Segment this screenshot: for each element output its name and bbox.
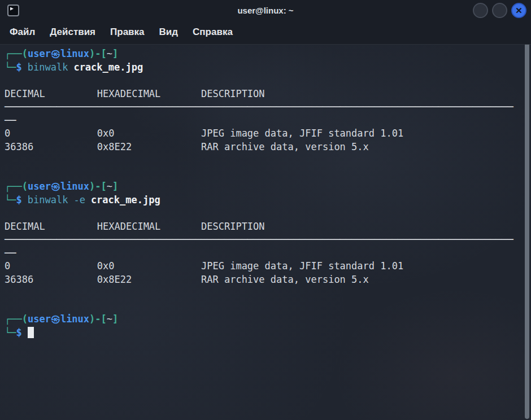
prompt-frame-open: ┌──( [5, 313, 28, 325]
window-controls: ✕ [473, 3, 526, 18]
prompt-frame-line2: └─ [5, 62, 16, 73]
cursor-line: └─$ [5, 326, 526, 340]
output-header-line: DECIMAL HEXADECIMAL DESCRIPTION [5, 88, 526, 101]
prompt-symbol: $ [16, 62, 21, 73]
blank-line [5, 300, 526, 313]
prompt-path: ~ [107, 48, 112, 59]
prompt-symbol: $ [16, 194, 21, 205]
command-arg: crack_me.jpg [91, 194, 160, 205]
output-row: 36386 0x8E22 RAR archive data, version 5… [5, 141, 526, 154]
output-header: DECIMAL HEXADECIMAL DESCRIPTION [5, 88, 265, 99]
prompt-user-host: user㉿linux [28, 313, 89, 325]
output-row: 0 0x0 JPEG image data, JFIF standard 1.0… [5, 127, 526, 141]
command-flag: -e [73, 194, 85, 205]
output-row-text: 36386 0x8E22 RAR archive data, version 5… [5, 274, 369, 285]
output-row-text: 0 0x0 JPEG image data, JFIF standard 1.0… [5, 128, 403, 139]
output-separator-wrap-line: ── [5, 114, 526, 128]
output-separator-wrap: ── [5, 115, 16, 126]
output-row-text: 36386 0x8E22 RAR archive data, version 5… [5, 141, 369, 152]
maximize-button[interactable] [492, 3, 507, 18]
terminal-viewport[interactable]: ┌──(user㉿linux)-[~] └─$binwalkcrack_me.j… [0, 44, 531, 420]
output-separator: ────────────────────────────────────────… [5, 101, 513, 112]
blank-line [5, 207, 526, 220]
close-button[interactable]: ✕ [511, 3, 526, 18]
terminal-content: ┌──(user㉿linux)-[~] └─$binwalkcrack_me.j… [0, 45, 531, 339]
menu-bar: Файл Действия Правка Вид Справка [0, 20, 531, 44]
output-header-line: DECIMAL HEXADECIMAL DESCRIPTION [5, 220, 526, 234]
prompt-frame-close: ] [112, 181, 118, 192]
blank-line [5, 167, 526, 181]
output-row-text: 0 0x0 JPEG image data, JFIF standard 1.0… [5, 260, 403, 272]
prompt-frame-open: ┌──( [5, 48, 28, 59]
prompt-frame-close: ] [112, 313, 118, 325]
output-row: 0 0x0 JPEG image data, JFIF standard 1.0… [5, 260, 526, 273]
prompt-path: ~ [107, 181, 112, 192]
scrollbar[interactable] [523, 45, 531, 420]
output-header: DECIMAL HEXADECIMAL DESCRIPTION [5, 221, 265, 232]
menu-item-view[interactable]: Вид [153, 24, 185, 41]
prompt-path: ~ [107, 313, 112, 325]
output-row: 36386 0x8E22 RAR archive data, version 5… [5, 273, 526, 287]
menu-item-file[interactable]: Файл [3, 24, 41, 41]
prompt-user-host: user㉿linux [28, 181, 89, 192]
blank-line [5, 286, 526, 300]
prompt-user-host: user㉿linux [28, 48, 89, 59]
prompt-line: ┌──(user㉿linux)-[~] [5, 313, 526, 326]
prompt-line: ┌──(user㉿linux)-[~] [5, 47, 526, 61]
command-line: └─$binwalkcrack_me.jpg [5, 61, 526, 75]
output-separator: ────────────────────────────────────────… [5, 234, 513, 245]
output-separator-line: ────────────────────────────────────────… [5, 233, 526, 247]
prompt-frame-line2: └─ [5, 327, 16, 338]
prompt-line: ┌──(user㉿linux)-[~] [5, 180, 526, 194]
terminal-window: user@linux: ~ ✕ Файл Действия Правка Вид… [0, 0, 531, 420]
prompt-frame-mid: )-[ [89, 48, 107, 59]
blank-line [5, 154, 526, 167]
prompt-frame-mid: )-[ [89, 181, 107, 192]
command-line: └─$binwalk-ecrack_me.jpg [5, 194, 526, 207]
output-separator-wrap: ── [5, 247, 16, 259]
output-separator-line: ────────────────────────────────────────… [5, 100, 526, 114]
terminal-cursor [28, 327, 34, 338]
prompt-frame-line2: └─ [5, 194, 16, 205]
titlebar[interactable]: user@linux: ~ ✕ [0, 0, 531, 20]
menu-item-edit[interactable]: Правка [104, 24, 150, 41]
prompt-frame-mid: )-[ [89, 313, 107, 325]
prompt-frame-close: ] [112, 48, 118, 59]
menu-item-help[interactable]: Справка [186, 24, 239, 41]
minimize-button[interactable] [473, 3, 488, 18]
close-icon: ✕ [515, 6, 523, 15]
blank-line [5, 74, 526, 88]
prompt-symbol: $ [16, 327, 21, 338]
menu-item-actions[interactable]: Действия [43, 24, 102, 41]
command-arg: crack_me.jpg [73, 62, 143, 73]
command-name: binwalk [28, 194, 68, 205]
window-title: user@linux: ~ [0, 6, 531, 15]
prompt-frame-open: ┌──( [5, 181, 28, 192]
scrollbar-thumb[interactable] [525, 44, 529, 419]
terminal-app-icon [7, 5, 19, 16]
command-name: binwalk [28, 62, 68, 73]
output-separator-wrap-line: ── [5, 247, 526, 260]
